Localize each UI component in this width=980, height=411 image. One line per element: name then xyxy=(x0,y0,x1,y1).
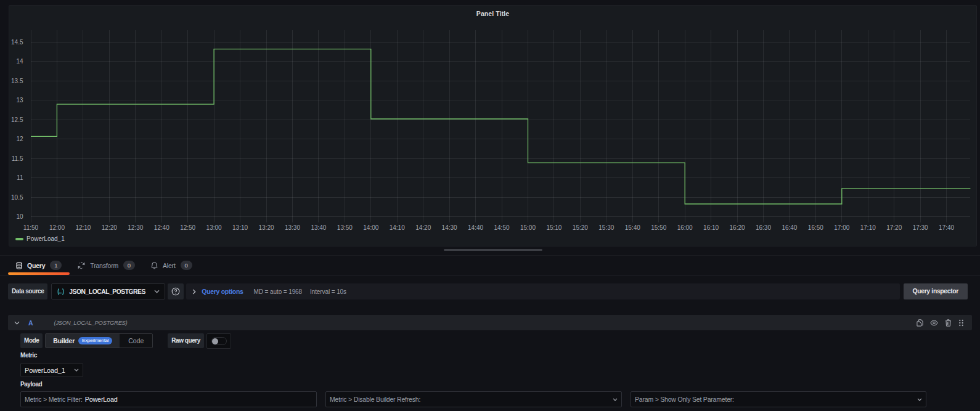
active-tab-underline xyxy=(8,272,70,275)
svg-text:17:00: 17:00 xyxy=(834,224,849,231)
chevron-down-icon xyxy=(917,398,922,401)
experimental-badge: Experimental xyxy=(78,337,112,344)
timeseries-chart: 1010.51111.51212.51313.51414.511:5012:00… xyxy=(9,6,976,246)
svg-text:17:40: 17:40 xyxy=(939,224,954,231)
tab-alert[interactable]: Alert 0 xyxy=(143,256,200,275)
tab-alert-label: Alert xyxy=(163,262,176,269)
svg-text:12:10: 12:10 xyxy=(75,224,91,231)
svg-text:16:50: 16:50 xyxy=(808,224,823,231)
svg-text:12:40: 12:40 xyxy=(154,224,169,231)
svg-text:13:10: 13:10 xyxy=(232,224,248,231)
tab-query-label: Query xyxy=(27,262,45,269)
svg-text:13:30: 13:30 xyxy=(285,224,300,231)
mode-label: Mode xyxy=(20,333,43,348)
payload-field-metric-filter[interactable]: Metric > Metric Filter: PowerLoad xyxy=(20,391,317,407)
payload-field-show-only-set-parameter[interactable]: Param > Show Only Set Parameter: xyxy=(631,391,926,407)
svg-text:12:00: 12:00 xyxy=(49,224,65,231)
svg-text:14:10: 14:10 xyxy=(390,224,405,231)
mode-radio-group: Builder Experimental Code xyxy=(45,333,153,348)
metric-select[interactable]: PowerLoad_1 xyxy=(20,363,83,377)
query-options-bar[interactable]: Query options MD = auto = 1968 Interval … xyxy=(186,283,899,299)
svg-text:15:30: 15:30 xyxy=(598,224,614,231)
query-options-interval: Interval = 10s xyxy=(310,288,346,295)
payload-field-label: Metric > Disable Builder Refresh: xyxy=(330,396,420,403)
tab-query[interactable]: Query 1 xyxy=(8,256,70,275)
svg-text:13:50: 13:50 xyxy=(337,224,353,231)
svg-text:15:10: 15:10 xyxy=(546,224,561,231)
collapse-chevron-icon[interactable] xyxy=(14,321,20,325)
raw-query-toggle[interactable] xyxy=(206,333,231,349)
query-toolbar: Data source JSON_LOCAL_POSTGRES xyxy=(8,283,968,299)
svg-text:13:40: 13:40 xyxy=(311,224,326,231)
tab-transform[interactable]: Transform 0 xyxy=(70,256,143,275)
mode-option-builder[interactable]: Builder Experimental xyxy=(46,334,120,348)
database-icon xyxy=(16,262,22,269)
duplicate-query-icon[interactable] xyxy=(917,319,923,327)
payload-field-label: Metric > Metric Filter: xyxy=(25,396,83,403)
svg-text:10.5: 10.5 xyxy=(11,194,23,201)
query-datasource-hint: (JSON_LOCAL_POSTGRES) xyxy=(54,319,128,326)
legend-series-label[interactable]: PowerLoad_1 xyxy=(27,235,65,242)
tab-alert-counter: 0 xyxy=(181,261,192,270)
datasource-help-button[interactable] xyxy=(168,283,184,299)
svg-text:15:40: 15:40 xyxy=(625,224,640,231)
pane-splitter-handle[interactable] xyxy=(444,249,542,251)
tab-transform-label: Transform xyxy=(90,262,118,269)
mode-option-code[interactable]: Code xyxy=(120,334,152,348)
svg-text:12.5: 12.5 xyxy=(11,116,23,123)
svg-text:12:50: 12:50 xyxy=(180,224,195,231)
payload-label: Payload xyxy=(20,381,42,388)
json-datasource-icon xyxy=(57,288,65,296)
datasource-picker-value: JSON_LOCAL_POSTGRES xyxy=(69,288,145,295)
svg-text:17:20: 17:20 xyxy=(886,224,902,231)
query-row-header[interactable]: A (JSON_LOCAL_POSTGRES) xyxy=(8,315,972,330)
svg-text:15:00: 15:00 xyxy=(520,224,536,231)
svg-text:11.5: 11.5 xyxy=(12,155,23,162)
builder-option-label: Builder xyxy=(53,337,75,344)
svg-text:14:50: 14:50 xyxy=(494,224,510,231)
svg-text:14:40: 14:40 xyxy=(468,224,483,231)
legend: PowerLoad_1 xyxy=(15,235,65,243)
hide-response-eye-icon[interactable] xyxy=(930,320,938,326)
chevron-down-icon xyxy=(613,398,618,401)
chevron-right-icon xyxy=(192,289,196,295)
svg-text:16:00: 16:00 xyxy=(677,224,693,231)
chevron-down-icon xyxy=(74,368,79,372)
svg-text:14:00: 14:00 xyxy=(363,224,378,231)
svg-text:16:40: 16:40 xyxy=(782,224,797,231)
svg-text:12:30: 12:30 xyxy=(128,224,143,231)
query-inspector-button[interactable]: Query inspector xyxy=(904,283,968,299)
svg-text:13:00: 13:00 xyxy=(206,224,222,231)
chevron-down-icon xyxy=(154,290,160,293)
metric-select-value: PowerLoad_1 xyxy=(25,367,65,374)
svg-text:14:20: 14:20 xyxy=(415,224,431,231)
legend-series-marker xyxy=(15,238,23,240)
svg-text:13.5: 13.5 xyxy=(11,78,23,84)
svg-text:12: 12 xyxy=(16,136,23,142)
question-circle-icon xyxy=(171,287,180,296)
datasource-label: Data source xyxy=(8,283,47,299)
bell-icon xyxy=(151,262,158,269)
query-ref-id[interactable]: A xyxy=(28,319,33,327)
query-options-md: MD = auto = 1968 xyxy=(254,288,302,295)
svg-text:15:20: 15:20 xyxy=(573,224,588,231)
payload-fields: Metric > Metric Filter: PowerLoad Metric… xyxy=(20,391,926,407)
svg-text:17:10: 17:10 xyxy=(860,224,876,231)
svg-text:11:50: 11:50 xyxy=(23,224,39,231)
svg-text:17:30: 17:30 xyxy=(913,224,928,231)
tab-query-counter: 1 xyxy=(50,261,62,270)
svg-text:16:20: 16:20 xyxy=(730,224,745,231)
query-options-label: Query options xyxy=(202,288,243,295)
drag-handle-icon[interactable] xyxy=(958,319,964,327)
svg-text:12:20: 12:20 xyxy=(102,224,117,231)
datasource-picker[interactable]: JSON_LOCAL_POSTGRES xyxy=(51,283,165,299)
timeseries-panel: 1010.51111.51212.51313.51414.511:5012:00… xyxy=(9,5,977,246)
svg-text:11: 11 xyxy=(17,174,23,181)
svg-text:14.5: 14.5 xyxy=(11,39,23,46)
payload-field-disable-builder-refresh[interactable]: Metric > Disable Builder Refresh: xyxy=(325,391,622,407)
svg-text:14:30: 14:30 xyxy=(442,224,457,231)
remove-query-trash-icon[interactable] xyxy=(945,319,952,327)
svg-text:14: 14 xyxy=(16,58,23,65)
svg-text:13:20: 13:20 xyxy=(258,224,274,231)
raw-query-label: Raw query xyxy=(168,333,204,348)
